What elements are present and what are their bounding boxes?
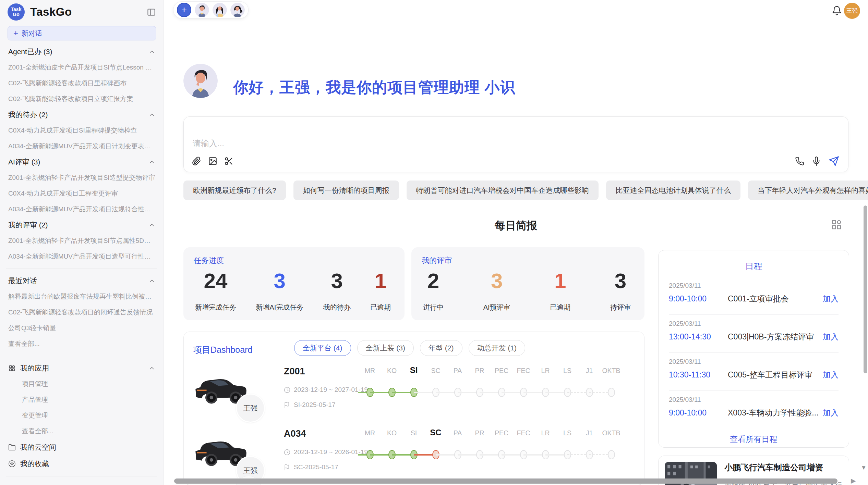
composer-right-icons [795, 156, 839, 166]
user-avatar[interactable]: 王强 [844, 3, 860, 19]
add-agent-button[interactable]: + [177, 3, 191, 17]
agent-avatar-2[interactable] [213, 3, 227, 17]
join-link[interactable]: 加入 [823, 370, 839, 380]
recent-chat-item[interactable]: 解释最新出台的欧盟报废车法规再生塑料比例被调至15%... [0, 289, 164, 304]
suggestion-chip[interactable]: 欧洲新规最近颁布了什么? [183, 181, 286, 200]
sidebar-my-apps: 我的应用项目管理产品管理变更管理查看全部... [0, 360, 164, 439]
schedule-time: 10:30-11:30 [669, 370, 728, 380]
sidebar-section-1-title: 我的待办 (2) [8, 110, 48, 120]
sidebar-item[interactable]: C0X4-动力总成开发项目工程变更评审 [0, 186, 164, 201]
milestone-label: LS [556, 429, 578, 437]
schedule-date: 2025/03/11 [669, 320, 839, 327]
join-link[interactable]: 加入 [823, 294, 839, 304]
join-link[interactable]: 加入 [823, 332, 839, 342]
sidebar-item-我的云空间[interactable]: 我的云空间 [0, 439, 164, 456]
daily-briefing-title: 每日简报 [183, 219, 848, 233]
sidebar-item[interactable]: A034-全新新能源MUV产品开发项目法规符合性评审 [0, 201, 164, 217]
image-upload-icon[interactable] [208, 157, 217, 166]
sidebar-item[interactable]: C02-飞腾新能源轻客改款项目里程碑画布 [0, 75, 164, 91]
chat-composer: 请输入... [183, 116, 848, 172]
stat-item: 3AI预评审 [483, 270, 510, 312]
scissors-icon[interactable] [224, 157, 233, 166]
recent-chat-item[interactable]: 公司Q3轻卡销量 [0, 320, 164, 336]
sidebar-item[interactable]: C02-飞腾新能源轻客改款项目立项汇报方案 [0, 91, 164, 107]
dashboard-tab[interactable]: 动总开发 (1) [469, 340, 526, 356]
collapse-sidebar-icon[interactable] [147, 8, 156, 17]
stat-label: 我的待办 [323, 303, 351, 312]
sidebar-item[interactable]: A034-全新新能源MUV产品开发项目计划变更表编写 [0, 138, 164, 154]
divider [6, 356, 157, 356]
chat-input[interactable]: 请输入... [193, 138, 224, 149]
recent-chat-item[interactable]: C02-飞腾新能源轻客改款项目的闭环通告反馈情况 [0, 304, 164, 320]
app-item[interactable]: 项目管理 [0, 376, 164, 392]
schedule-list: 2025/03/119:00-10:00C001-立项审批会加入2025/03/… [669, 277, 839, 428]
sidebar-section-2-header[interactable]: AI评审 (3) [0, 154, 164, 170]
project-flag-label: SC-2025-05-17 [294, 463, 338, 471]
task-progress-stats: 24新增完成任务3新增AI完成任务3我的待办1已逾期 [195, 270, 391, 312]
suggestion-chip[interactable]: 如何写一份清晰的项目周报 [293, 181, 399, 200]
stat-item: 1已逾期 [550, 270, 570, 312]
app-item[interactable]: 变更管理 [0, 408, 164, 423]
sidebar-recent-header[interactable]: 最近对话 [0, 273, 164, 289]
stat-value: 2 [427, 270, 439, 292]
sidebar-storage-links: 我的云空间我的收藏 [0, 439, 164, 472]
stat-value: 24 [204, 270, 228, 292]
sidebar-item[interactable]: C0X4-动力总成开发项目SI里程碑提交物检查 [0, 123, 164, 138]
microphone-icon[interactable] [812, 157, 821, 166]
sidebar-my-apps-title: 我的应用 [20, 363, 49, 373]
sidebar-item[interactable]: Z001-全新燃油轻卡产品开发项目SI造型提交物评审 [0, 170, 164, 186]
stat-value: 1 [375, 270, 386, 292]
app-item[interactable]: 产品管理 [0, 392, 164, 408]
stat-label: 新增完成任务 [195, 303, 236, 312]
sidebar-ai-tools: AI超级员工帮我写作创意制图 [0, 481, 164, 485]
agent-avatar-3[interactable] [230, 3, 245, 17]
sidebar-section-2-title: AI评审 (3) [8, 157, 40, 167]
voice-call-icon[interactable] [795, 157, 804, 166]
schedule-item: 2025/03/1113:00-14:30C003|H0B-方案冻结评审加入 [669, 315, 839, 353]
milestone-label: J1 [578, 429, 600, 437]
dashboard-tab[interactable]: 年型 (2) [420, 340, 462, 356]
horizontal-scrollbar[interactable] [174, 478, 837, 484]
app-title: TaskGo [30, 5, 72, 18]
sidebar-section-0-header[interactable]: Agent已办 (3) [0, 44, 164, 60]
suggestion-chip[interactable]: 特朗普可能对进口汽车增税会对中国车企造成哪些影响 [407, 181, 599, 200]
apps-view-all-link[interactable]: 查看全部... [0, 423, 164, 439]
chevron-up-icon [148, 48, 155, 55]
view-all-schedule-link[interactable]: 查看所有日程 [669, 434, 839, 445]
suggestion-chip[interactable]: 当下年轻人对汽车外观有怎样的喜好趋势 [748, 181, 868, 200]
vertical-scrollbar[interactable] [864, 206, 867, 373]
layout-grid-icon[interactable] [831, 219, 842, 230]
scroll-right-arrow-icon[interactable]: ▶ [851, 477, 856, 485]
new-chat-button[interactable]: + 新对话 [8, 26, 156, 40]
sidebar-section-1-header[interactable]: 我的待办 (2) [0, 107, 164, 123]
join-link[interactable]: 加入 [823, 408, 839, 418]
clock-icon [284, 449, 290, 456]
chevron-up-icon [148, 111, 155, 118]
task-progress-title: 任务进度 [194, 256, 224, 266]
attachment-icon[interactable] [192, 157, 201, 166]
notifications-bell-icon[interactable] [832, 5, 842, 16]
my-review-stats: 2进行中3AI预评审1已逾期3待评审 [423, 270, 631, 312]
sidebar-tool-AI超级员工[interactable]: AI超级员工 [0, 481, 164, 485]
sidebar-my-apps-header[interactable]: 我的应用 [0, 360, 164, 376]
sidebar-my-apps-label-wrap: 我的应用 [8, 363, 49, 373]
recent-view-all-link[interactable]: 查看全部... [0, 336, 164, 352]
sidebar-item-我的收藏[interactable]: 我的收藏 [0, 456, 164, 472]
sidebar-item[interactable]: Z001-全新燃油皮卡产品开发项目SI节点Lesson Learn报告 [0, 60, 164, 75]
sidebar-recent: 最近对话解释最新出台的欧盟报废车法规再生塑料比例被调至15%...C02-飞腾新… [0, 273, 164, 352]
sidebar-section-0-label-wrap: Agent已办 (3) [8, 47, 52, 57]
project-flag: SC-2025-05-17 [284, 463, 338, 471]
dashboard-tab[interactable]: 全新上装 (3) [357, 340, 414, 356]
dashboard-tab[interactable]: 全新平台 (4) [294, 340, 351, 356]
suggestion-chip[interactable]: 比亚迪全固态电池计划具体说了什么 [606, 181, 740, 200]
milestone-label: PEC [491, 429, 513, 437]
sidebar-section-3-header[interactable]: 我的评审 (2) [0, 217, 164, 233]
agent-avatar-1[interactable] [195, 3, 209, 17]
sidebar-section-3-title: 我的评审 (2) [8, 220, 48, 230]
sidebar-item[interactable]: Z001-全新燃油轻卡产品开发项目SI节点属性5D文件评审 [0, 233, 164, 249]
send-icon[interactable] [829, 156, 839, 166]
schedule-event-name: C001-立项审批会 [728, 294, 823, 304]
stat-label: AI预评审 [483, 303, 510, 312]
scroll-down-arrow-icon[interactable]: ▼ [861, 464, 867, 471]
sidebar-item[interactable]: A034-全新新能源MUV产品开发项目造型可行性评审 [0, 249, 164, 264]
